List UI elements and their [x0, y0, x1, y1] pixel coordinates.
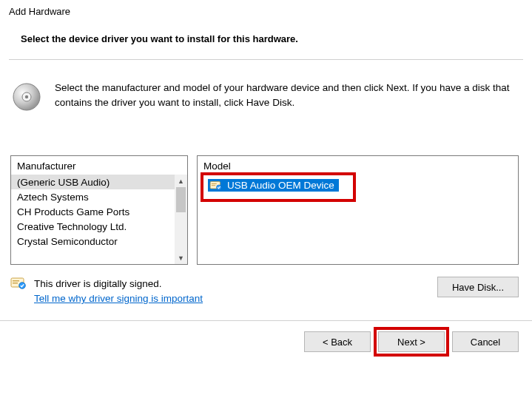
model-item-label: USB Audio OEM Device — [227, 180, 334, 191]
model-listbox[interactable]: Model USB Audio OEM Device — [197, 155, 519, 265]
instruction-text: Select the device driver you want to ins… — [9, 33, 523, 44]
divider — [9, 59, 523, 60]
svg-point-2 — [25, 95, 28, 98]
manufacturer-header: Manufacturer — [11, 156, 187, 175]
model-item[interactable]: USB Audio OEM Device — [208, 179, 339, 192]
back-button[interactable]: < Back — [304, 331, 371, 352]
have-disk-wrap: Have Disk... — [437, 277, 519, 297]
scroll-down-arrow-icon[interactable]: ▼ — [175, 251, 187, 264]
window-title: Add Hardware — [9, 6, 523, 17]
svg-rect-4 — [212, 183, 217, 183]
info-row: Select the manufacturer and model of you… — [0, 70, 532, 117]
manufacturer-item[interactable]: (Generic USB Audio) — [11, 175, 187, 189]
signed-certificate-icon — [10, 277, 27, 290]
scroll-up-arrow-icon[interactable]: ▲ — [175, 175, 187, 187]
dialog-header: Add Hardware Select the device driver yo… — [0, 0, 532, 70]
manufacturer-listbox[interactable]: Manufacturer (Generic USB Audio)Aztech S… — [10, 155, 188, 265]
signing-left: This driver is digitally signed. Tell me… — [10, 277, 203, 304]
manufacturer-item[interactable]: Creative Technology Ltd. — [11, 219, 187, 234]
next-button[interactable]: Next > — [378, 331, 445, 352]
model-header: Model — [198, 156, 518, 175]
cancel-button[interactable]: Cancel — [452, 331, 519, 352]
svg-rect-8 — [13, 280, 19, 281]
scrollbar[interactable]: ▲ ▼ — [175, 175, 187, 264]
signing-help-link[interactable]: Tell me why driver signing is important — [10, 293, 203, 304]
manufacturer-item[interactable]: Crystal Semiconductor — [11, 234, 187, 249]
disc-icon — [12, 82, 41, 114]
have-disk-button[interactable]: Have Disk... — [437, 277, 519, 297]
manufacturer-item[interactable]: Aztech Systems — [11, 189, 187, 204]
signing-status: This driver is digitally signed. — [10, 277, 203, 290]
signing-status-text: This driver is digitally signed. — [34, 278, 162, 289]
signing-info-row: This driver is digitally signed. Tell me… — [0, 268, 532, 304]
svg-rect-9 — [13, 283, 18, 283]
model-items: USB Audio OEM Device — [198, 175, 518, 264]
scroll-track[interactable] — [175, 187, 187, 251]
manufacturer-items: (Generic USB Audio)Aztech SystemsCH Prod… — [11, 175, 187, 264]
scroll-thumb[interactable] — [176, 187, 186, 212]
signed-certificate-icon — [209, 180, 223, 191]
add-hardware-dialog: Add Hardware Select the device driver yo… — [0, 0, 532, 412]
info-text: Select the manufacturer and model of you… — [55, 81, 519, 109]
manufacturer-item[interactable]: CH Products Game Ports — [11, 204, 187, 219]
lists-container: Manufacturer (Generic USB Audio)Aztech S… — [0, 117, 532, 268]
svg-rect-5 — [212, 185, 215, 186]
dialog-footer: < Back Next > Cancel — [0, 321, 532, 362]
